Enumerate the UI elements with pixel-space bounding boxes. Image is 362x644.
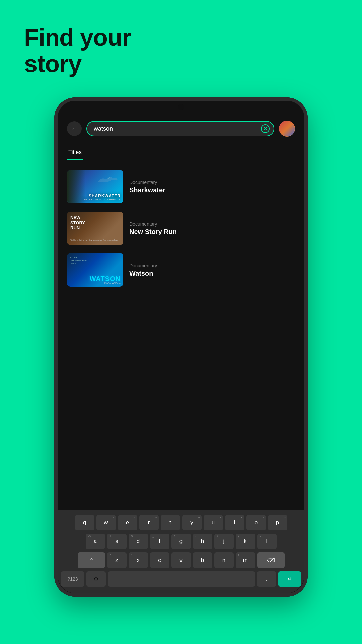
nsr-thumb-text: NEWSTORYRUN: [70, 215, 85, 231]
key-s[interactable]: #s: [107, 534, 127, 549]
key-g[interactable]: &g: [171, 534, 191, 549]
key-emoji[interactable]: ☺: [86, 571, 106, 587]
phone-device: ← ✕ Titles: [54, 97, 308, 597]
result-item-sharkwater[interactable]: SHARKWATER THE TRUTH WILL SURFACE Docume…: [64, 166, 298, 208]
key-d[interactable]: $d: [129, 534, 148, 549]
key-f[interactable]: _f: [150, 534, 169, 549]
results-list: SHARKWATER THE TRUTH WILL SURFACE Docume…: [58, 160, 304, 291]
result-title-sharkwater: Sharkwater: [129, 186, 295, 194]
key-num-switch[interactable]: ?123: [61, 571, 84, 587]
back-arrow-icon: ←: [71, 125, 78, 133]
key-enter[interactable]: ↵: [278, 571, 301, 587]
result-genre-watson: Documentary: [129, 263, 295, 268]
avatar-image: [279, 121, 295, 136]
nsr-thumb-subtext: Tackle it. Or the way that makes you fee…: [70, 239, 120, 242]
key-p[interactable]: 0p: [268, 515, 287, 530]
key-i[interactable]: 8i: [225, 515, 244, 530]
hero-title-line1: Find your: [24, 24, 131, 51]
search-input[interactable]: [86, 121, 274, 136]
key-z[interactable]: *z: [107, 552, 127, 568]
result-title-watson: Watson: [129, 270, 295, 277]
hero-title: Find your story: [24, 24, 131, 77]
result-item-watson[interactable]: ACTIVIST.CONSERVATIONIST.REBEL. WATSON M…: [64, 249, 298, 291]
thumbnail-newstoryrun: NEWSTORYRUN Tackle it. Or the way that m…: [67, 212, 123, 245]
result-meta-newstoryrun: Documentary New Story Run: [129, 221, 295, 236]
key-t[interactable]: 5t: [161, 515, 180, 530]
num-switch-label: ?123: [67, 576, 78, 582]
search-input-container: ✕: [86, 121, 274, 136]
result-genre-sharkwater: Documentary: [129, 180, 295, 185]
key-h[interactable]: -h: [193, 534, 212, 549]
result-item-newstoryrun[interactable]: NEWSTORYRUN Tackle it. Or the way that m…: [64, 208, 298, 249]
key-shift[interactable]: ⇧: [78, 552, 105, 568]
key-backspace[interactable]: ⌫: [257, 552, 285, 568]
enter-icon: ↵: [287, 576, 292, 583]
keyboard-row-1: 1q 2w 3e 4r 5t 6y 7u 8i 9o 0p: [60, 515, 302, 530]
result-title-newstoryrun: New Story Run: [129, 228, 295, 236]
key-m[interactable]: !m: [236, 552, 255, 568]
phone-camera: [178, 104, 184, 110]
key-w[interactable]: 2w: [96, 515, 116, 530]
keyboard-row-3: ⇧ *z "x c v b ;n !m ⌫: [60, 552, 302, 568]
key-v[interactable]: v: [171, 552, 191, 568]
key-c[interactable]: c: [150, 552, 169, 568]
key-space[interactable]: [108, 571, 255, 587]
keyboard: 1q 2w 3e 4r 5t 6y 7u 8i 9o 0p @a #s $d _…: [58, 510, 304, 593]
clear-icon: ✕: [261, 124, 270, 133]
key-u[interactable]: 7u: [204, 515, 223, 530]
key-b[interactable]: b: [193, 552, 212, 568]
result-meta-watson: Documentary Watson: [129, 263, 295, 277]
phone-screen: ← ✕ Titles: [58, 101, 304, 593]
result-meta-sharkwater: Documentary Sharkwater: [129, 180, 295, 194]
key-n[interactable]: ;n: [214, 552, 234, 568]
avatar-button[interactable]: [279, 121, 295, 137]
key-q[interactable]: 1q: [75, 515, 94, 530]
key-l[interactable]: )l: [257, 534, 277, 549]
key-r[interactable]: 4r: [139, 515, 159, 530]
watson-thumb-subtext: ACTIVIST.CONSERVATIONIST.REBEL.: [70, 256, 89, 265]
tabs-row: Titles: [58, 143, 304, 160]
tab-titles-label: Titles: [68, 149, 82, 155]
thumbnail-watson: ACTIVIST.CONSERVATIONIST.REBEL. WATSON M…: [67, 253, 123, 287]
keyboard-bottom-row: ?123 ☺ . ↵: [60, 571, 302, 587]
key-period[interactable]: .: [257, 571, 276, 587]
clear-button[interactable]: ✕: [260, 124, 270, 134]
thumbnail-sharkwater: SHARKWATER THE TRUTH WILL SURFACE: [67, 170, 123, 203]
key-e[interactable]: 3e: [118, 515, 137, 530]
keyboard-row-2: @a #s $d _f &g -h +j (k )l: [60, 534, 302, 549]
result-genre-newstoryrun: Documentary: [129, 221, 295, 227]
key-y[interactable]: 6y: [182, 515, 202, 530]
tab-titles[interactable]: Titles: [67, 146, 83, 160]
watson-tagline: MAKE WAVES.: [104, 282, 121, 284]
key-o[interactable]: 9o: [246, 515, 266, 530]
hero-title-line2: story: [24, 50, 81, 77]
key-x[interactable]: "x: [129, 552, 148, 568]
app-content: ← ✕ Titles: [58, 101, 304, 593]
key-k[interactable]: (k: [236, 534, 255, 549]
sharkwater-thumb-text: SHARKWATER THE TRUTH WILL SURFACE: [82, 194, 121, 201]
key-j[interactable]: +j: [214, 534, 234, 549]
back-button[interactable]: ←: [67, 121, 82, 136]
key-a[interactable]: @a: [86, 534, 105, 549]
shark-svg: [95, 173, 118, 187]
